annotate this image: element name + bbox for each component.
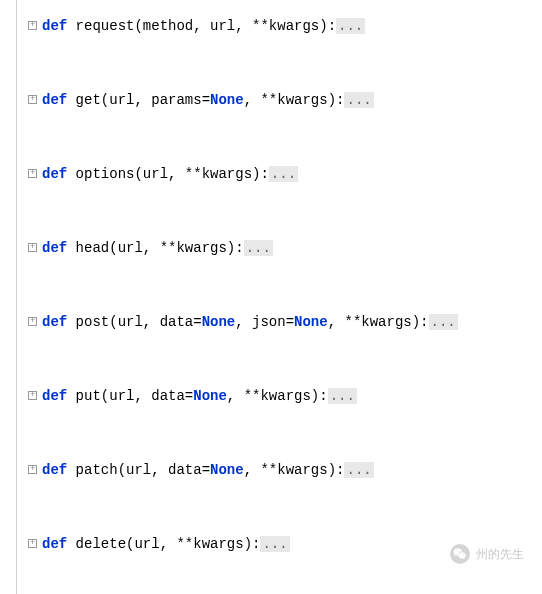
keyword-def: def <box>42 314 67 330</box>
signature-text: delete(url, **kwargs): <box>67 536 260 552</box>
signature-text: get(url, params= <box>67 92 210 108</box>
fold-ellipsis[interactable]: ... <box>328 388 357 404</box>
code-line: def put(url, data=None, **kwargs):... <box>28 388 542 404</box>
fold-ellipsis[interactable]: ... <box>269 166 298 182</box>
keyword-none: None <box>202 314 236 330</box>
function-block-patch: def patch(url, data=None, **kwargs):... <box>8 462 542 478</box>
code-line: def options(url, **kwargs):... <box>28 166 542 182</box>
code-line: def post(url, data=None, json=None, **kw… <box>28 314 542 330</box>
signature-text: , **kwargs): <box>244 462 345 478</box>
function-block-get: def get(url, params=None, **kwargs):... <box>8 92 542 108</box>
expand-icon[interactable] <box>28 21 37 30</box>
keyword-def: def <box>42 388 67 404</box>
fold-ellipsis[interactable]: ... <box>244 240 273 256</box>
keyword-def: def <box>42 240 67 256</box>
keyword-def: def <box>42 166 67 182</box>
expand-icon[interactable] <box>28 243 37 252</box>
function-block-request: def request(method, url, **kwargs):... <box>8 18 542 34</box>
keyword-none: None <box>210 462 244 478</box>
signature-text: , **kwargs): <box>244 92 345 108</box>
fold-ellipsis[interactable]: ... <box>429 314 458 330</box>
signature-text: request(method, url, **kwargs): <box>67 18 336 34</box>
expand-icon[interactable] <box>28 317 37 326</box>
keyword-none: None <box>294 314 328 330</box>
keyword-def: def <box>42 462 67 478</box>
watermark-text: 州的先生 <box>476 546 524 563</box>
code-line: def request(method, url, **kwargs):... <box>28 18 542 34</box>
function-block-post: def post(url, data=None, json=None, **kw… <box>8 314 542 330</box>
function-block-put: def put(url, data=None, **kwargs):... <box>8 388 542 404</box>
wechat-icon <box>450 544 470 564</box>
expand-icon[interactable] <box>28 169 37 178</box>
signature-text: patch(url, data= <box>67 462 210 478</box>
signature-text: post(url, data= <box>67 314 201 330</box>
expand-icon[interactable] <box>28 539 37 548</box>
keyword-def: def <box>42 18 67 34</box>
code-line: def patch(url, data=None, **kwargs):... <box>28 462 542 478</box>
keyword-none: None <box>210 92 244 108</box>
expand-icon[interactable] <box>28 95 37 104</box>
fold-ellipsis[interactable]: ... <box>344 92 373 108</box>
signature-text: , json= <box>235 314 294 330</box>
fold-ellipsis[interactable]: ... <box>336 18 365 34</box>
keyword-def: def <box>42 536 67 552</box>
signature-text: , **kwargs): <box>227 388 328 404</box>
fold-ellipsis[interactable]: ... <box>260 536 289 552</box>
signature-text: , **kwargs): <box>328 314 429 330</box>
expand-icon[interactable] <box>28 391 37 400</box>
signature-text: options(url, **kwargs): <box>67 166 269 182</box>
signature-text: head(url, **kwargs): <box>67 240 243 256</box>
code-line: def head(url, **kwargs):... <box>28 240 542 256</box>
keyword-def: def <box>42 92 67 108</box>
watermark: 州的先生 <box>450 544 524 564</box>
code-line: def get(url, params=None, **kwargs):... <box>28 92 542 108</box>
fold-guide-line <box>16 0 17 594</box>
expand-icon[interactable] <box>28 465 37 474</box>
function-block-head: def head(url, **kwargs):... <box>8 240 542 256</box>
function-block-options: def options(url, **kwargs):... <box>8 166 542 182</box>
signature-text: put(url, data= <box>67 388 193 404</box>
keyword-none: None <box>193 388 227 404</box>
fold-ellipsis[interactable]: ... <box>344 462 373 478</box>
